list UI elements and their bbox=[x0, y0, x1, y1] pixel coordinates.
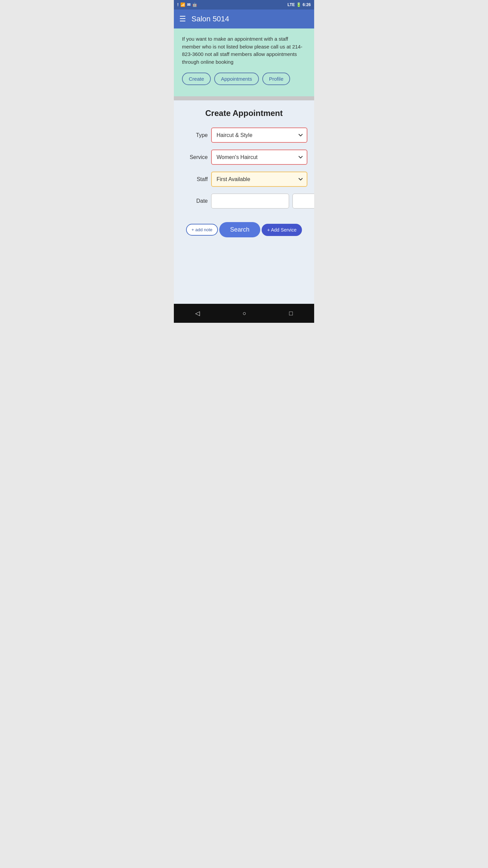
lte-indicator: LTE bbox=[287, 2, 295, 7]
status-bar-right: LTE 🔋 6:26 bbox=[287, 2, 311, 7]
appointments-button[interactable]: Appointments bbox=[214, 73, 259, 85]
home-nav-icon[interactable]: ○ bbox=[243, 310, 246, 317]
service-select[interactable]: Women's Haircut Men's Haircut Children's… bbox=[211, 150, 307, 165]
app-title: Salon 5014 bbox=[191, 15, 229, 23]
message-icon: ✉ bbox=[187, 2, 190, 7]
add-note-button[interactable]: + add note bbox=[186, 224, 218, 236]
action-bar: + add note Search + Add Service bbox=[181, 218, 307, 241]
time-input[interactable] bbox=[292, 194, 314, 209]
android-icon: 🤖 bbox=[192, 2, 197, 7]
service-field-row: Service Women's Haircut Men's Haircut Ch… bbox=[181, 150, 307, 165]
search-button[interactable]: Search bbox=[219, 222, 260, 237]
clock-time: 6:26 bbox=[303, 2, 311, 7]
type-select[interactable]: Haircut & Style Color Treatment bbox=[211, 127, 307, 143]
recent-apps-nav-icon[interactable]: □ bbox=[289, 310, 293, 317]
date-field-row: Date bbox=[181, 194, 307, 209]
add-service-button[interactable]: + Add Service bbox=[262, 224, 302, 236]
staff-field-row: Staff First Available Staff 1 Staff 2 bbox=[181, 172, 307, 187]
info-banner-text: If you want to make an appointment with … bbox=[182, 35, 306, 66]
staff-select[interactable]: First Available Staff 1 Staff 2 bbox=[211, 172, 307, 187]
hamburger-menu-icon[interactable]: ☰ bbox=[179, 15, 186, 23]
create-button[interactable]: Create bbox=[182, 73, 211, 85]
app-header: ☰ Salon 5014 bbox=[174, 9, 314, 28]
section-divider bbox=[174, 96, 314, 100]
back-nav-icon[interactable]: ◁ bbox=[195, 310, 200, 317]
notification-icon: ! bbox=[177, 2, 179, 7]
status-bar-left: ! 📶 ✉ 🤖 bbox=[177, 2, 197, 7]
type-label: Type bbox=[181, 132, 208, 138]
form-title: Create Appointment bbox=[181, 108, 307, 118]
banner-buttons-container: Create Appointments Profile bbox=[182, 73, 306, 85]
type-field-row: Type Haircut & Style Color Treatment bbox=[181, 127, 307, 143]
signal-icon: 📶 bbox=[180, 2, 185, 7]
staff-label: Staff bbox=[181, 176, 208, 182]
service-label: Service bbox=[181, 154, 208, 160]
bottom-navigation: ◁ ○ □ bbox=[174, 304, 314, 323]
date-label: Date bbox=[181, 198, 208, 204]
battery-icon: 🔋 bbox=[296, 2, 301, 7]
info-banner: If you want to make an appointment with … bbox=[174, 28, 314, 96]
profile-button[interactable]: Profile bbox=[262, 73, 290, 85]
date-input[interactable] bbox=[211, 194, 289, 209]
status-bar: ! 📶 ✉ 🤖 LTE 🔋 6:26 bbox=[174, 0, 314, 9]
create-appointment-form: Create Appointment Type Haircut & Style … bbox=[174, 100, 314, 304]
